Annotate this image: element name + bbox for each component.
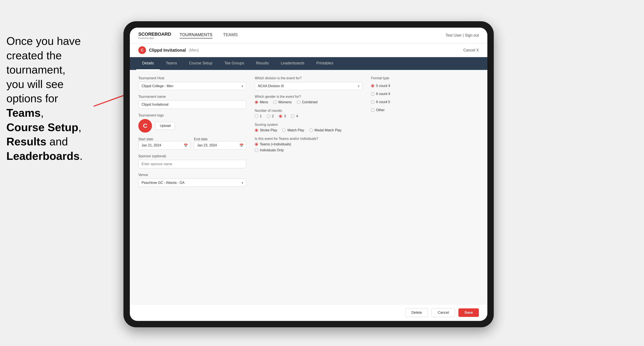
tournament-name-label: Tournament name bbox=[138, 95, 246, 99]
team-radio-group: Teams (+Individuals) Individuals Only bbox=[255, 142, 363, 152]
form-col1: Tournament Host Clippd College - Men Tou… bbox=[138, 76, 246, 298]
tournament-host-group: Tournament Host Clippd College - Men bbox=[138, 76, 246, 90]
format-5count4-label: 5 count 4 bbox=[376, 84, 390, 88]
gender-mens-radio[interactable] bbox=[255, 101, 258, 104]
nav-teams[interactable]: TEAMS bbox=[223, 32, 238, 38]
format-group: Format type 5 count 4 6 count 4 bbox=[371, 76, 479, 114]
sponsor-input[interactable] bbox=[138, 160, 246, 168]
rounds-3[interactable]: 3 bbox=[279, 114, 286, 118]
rounds-4[interactable]: 4 bbox=[291, 114, 298, 118]
dates-group: Start date 📅 End date 📅 bbox=[138, 137, 246, 150]
format-other-radio[interactable] bbox=[371, 108, 374, 112]
start-date-label: Start date bbox=[138, 137, 153, 141]
tournament-name-input[interactable] bbox=[138, 100, 246, 109]
scoring-stroke-radio[interactable] bbox=[255, 129, 258, 132]
rounds-1[interactable]: 1 bbox=[255, 114, 262, 118]
tab-results[interactable]: Results bbox=[250, 57, 275, 70]
gender-label: Which gender is the event for? bbox=[255, 95, 363, 99]
gender-mens-label: Mens bbox=[260, 100, 268, 104]
instruction-text: Once you have created the tournament, yo… bbox=[0, 30, 106, 168]
scoring-stroke[interactable]: Stroke Play bbox=[255, 128, 277, 132]
tab-course-setup[interactable]: Course Setup bbox=[183, 57, 218, 70]
rounds-2-label: 2 bbox=[272, 114, 274, 118]
team-individuals-radio[interactable] bbox=[255, 149, 258, 152]
rounds-4-radio[interactable] bbox=[291, 115, 294, 118]
team-group: Is this event for Teams and/or Individua… bbox=[255, 137, 363, 152]
team-teams-radio[interactable] bbox=[255, 143, 258, 146]
format-5count4[interactable]: 5 count 4 bbox=[371, 84, 479, 88]
breadcrumb-title: C Clippd Invitational (Men) bbox=[138, 46, 199, 54]
end-date-input[interactable] bbox=[194, 141, 246, 150]
gender-radio-group: Mens Womens Combined bbox=[255, 100, 363, 104]
gender-womens[interactable]: Womens bbox=[273, 100, 292, 104]
gender-mens[interactable]: Mens bbox=[255, 100, 268, 104]
gender-combined-radio[interactable] bbox=[297, 101, 300, 104]
form-col3: Format type 5 count 4 6 count 4 bbox=[371, 76, 479, 298]
breadcrumb-row: C Clippd Invitational (Men) Cancel X bbox=[130, 43, 487, 57]
format-other-label: Other bbox=[376, 108, 384, 112]
logo-text: SCOREBOARD Powered by clippd bbox=[138, 31, 171, 39]
tournament-gender: (Men) bbox=[189, 48, 199, 52]
tab-details[interactable]: Details bbox=[136, 57, 160, 70]
calendar-end-icon: 📅 bbox=[240, 144, 244, 148]
tabs-row: Details Teams Course Setup Tee Groups Re… bbox=[130, 57, 487, 70]
team-individuals[interactable]: Individuals Only bbox=[255, 148, 363, 152]
division-label: Which division is the event for? bbox=[255, 76, 363, 80]
rounds-1-radio[interactable] bbox=[255, 115, 258, 118]
tournament-icon: C bbox=[138, 46, 146, 54]
tablet-device: SCOREBOARD Powered by clippd TOURNAMENTS… bbox=[124, 21, 494, 327]
cancel-button[interactable]: Cancel bbox=[432, 308, 455, 317]
scoring-match[interactable]: Match Play bbox=[282, 128, 304, 132]
gender-combined[interactable]: Combined bbox=[297, 100, 318, 104]
rounds-2[interactable]: 2 bbox=[267, 114, 274, 118]
rounds-radio-group: 1 2 3 4 bbox=[255, 114, 363, 118]
format-6count5[interactable]: 6 count 5 bbox=[371, 100, 479, 104]
nav-tournaments[interactable]: TOURNAMENTS bbox=[180, 32, 212, 38]
rounds-4-label: 4 bbox=[296, 114, 298, 118]
end-date-wrapper: 📅 bbox=[194, 141, 246, 150]
scoring-match-radio[interactable] bbox=[282, 129, 286, 132]
team-individuals-label: Individuals Only bbox=[260, 148, 284, 152]
main-nav: TOURNAMENTS TEAMS bbox=[180, 32, 238, 38]
rounds-label: Number of rounds bbox=[255, 109, 363, 113]
upload-button[interactable]: Upload bbox=[155, 122, 175, 130]
rounds-2-radio[interactable] bbox=[267, 115, 270, 118]
start-date-input[interactable] bbox=[138, 141, 190, 150]
division-select[interactable]: NCAA Division III bbox=[255, 82, 363, 90]
venue-group: Venue Peachtree GC - Atlanta - GA bbox=[138, 173, 246, 187]
user-area[interactable]: Test User | Sign out bbox=[446, 33, 479, 38]
format-6count4[interactable]: 6 count 4 bbox=[371, 92, 479, 96]
rounds-3-radio[interactable] bbox=[279, 115, 282, 118]
sponsor-group: Sponsor (optional) bbox=[138, 154, 246, 168]
scoring-group: Scoring system Stroke Play Match Play bbox=[255, 123, 363, 132]
calendar-icon: 📅 bbox=[184, 144, 188, 148]
format-other[interactable]: Other bbox=[371, 108, 479, 112]
tab-printables[interactable]: Printables bbox=[310, 57, 339, 70]
tab-leaderboards[interactable]: Leaderboards bbox=[275, 57, 310, 70]
save-button[interactable]: Save bbox=[458, 308, 479, 317]
delete-button[interactable]: Delete bbox=[405, 308, 428, 317]
scoring-match-label: Match Play bbox=[287, 128, 304, 132]
venue-select[interactable]: Peachtree GC - Atlanta - GA bbox=[138, 178, 246, 187]
gender-womens-radio[interactable] bbox=[273, 101, 277, 104]
tournament-name-group: Tournament name bbox=[138, 95, 246, 109]
tablet-screen: SCOREBOARD Powered by clippd TOURNAMENTS… bbox=[130, 28, 487, 321]
rounds-3-label: 3 bbox=[284, 114, 286, 118]
scoring-medal-radio[interactable] bbox=[310, 129, 313, 132]
date-row: Start date 📅 End date 📅 bbox=[138, 137, 246, 150]
team-teams[interactable]: Teams (+Individuals) bbox=[255, 142, 363, 146]
format-6count4-radio[interactable] bbox=[371, 92, 374, 96]
format-6count5-label: 6 count 5 bbox=[376, 100, 390, 104]
tab-teams[interactable]: Teams bbox=[160, 57, 183, 70]
start-date-group: Start date 📅 bbox=[138, 137, 190, 150]
cancel-close-button[interactable]: Cancel X bbox=[463, 48, 479, 52]
scoring-medal[interactable]: Medal Match Play bbox=[310, 128, 342, 132]
end-date-label: End date bbox=[194, 137, 208, 141]
tab-tee-groups[interactable]: Tee Groups bbox=[218, 57, 250, 70]
top-navigation: SCOREBOARD Powered by clippd TOURNAMENTS… bbox=[130, 28, 487, 43]
format-5count4-radio[interactable] bbox=[371, 84, 374, 88]
format-6count5-radio[interactable] bbox=[371, 100, 374, 104]
scoring-stroke-label: Stroke Play bbox=[260, 128, 277, 132]
tournament-logo-group: Tournament logo C Upload bbox=[138, 114, 246, 133]
tournament-host-select[interactable]: Clippd College - Men bbox=[138, 82, 246, 90]
